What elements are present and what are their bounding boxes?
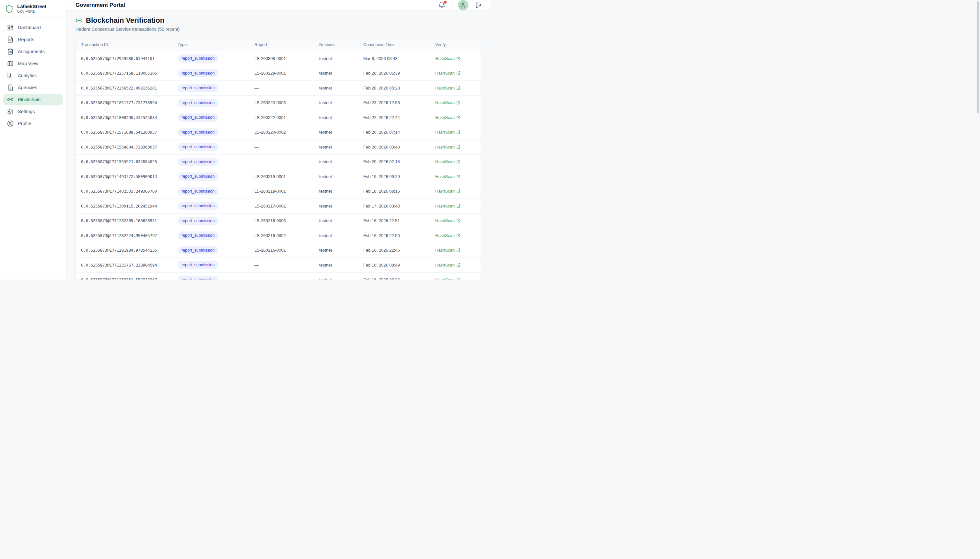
transaction-id-cell: 0.0.6255873@1771558804.728363037	[76, 140, 172, 155]
type-cell: report_submission	[172, 184, 249, 199]
transaction-id-cell: 0.0.6255873@1771281984.978544235	[76, 243, 172, 258]
sidebar-item-assignments[interactable]: Assignments	[3, 46, 63, 57]
logout-button[interactable]	[475, 2, 482, 8]
type-cell: report_submission	[172, 272, 249, 280]
transactions-table-card: Transaction ID Type Report Network Conse…	[76, 38, 481, 280]
network-cell: testnet	[314, 110, 358, 125]
hashscan-link[interactable]: HashScan	[435, 56, 460, 61]
network-cell: testnet	[314, 272, 358, 280]
type-cell: report_submission	[172, 125, 249, 140]
hashscan-link[interactable]: HashScan	[435, 174, 460, 179]
table-row: 0.0.6255873@1771282224.990405797 report_…	[76, 228, 481, 243]
type-cell: report_submission	[172, 199, 249, 214]
table-row: 0.0.6255873@1771851377.731758594 report_…	[76, 95, 481, 110]
network-cell: testnet	[314, 51, 358, 66]
hashscan-link[interactable]: HashScan	[435, 218, 460, 223]
hashscan-link[interactable]: HashScan	[435, 159, 460, 164]
brand-subtitle: Gov Portal	[17, 9, 46, 13]
verify-cell: HashScan	[430, 51, 481, 66]
network-cell: testnet	[314, 125, 358, 140]
external-link-icon	[456, 233, 460, 238]
report-cell: —	[249, 272, 314, 280]
consensus-time-cell: Feb 23, 2026 12:56	[358, 95, 430, 110]
sidebar-item-label: Reports	[18, 37, 35, 42]
type-badge: report_submission	[178, 261, 218, 269]
consensus-time-cell: Feb 20, 2026 03:40	[358, 140, 430, 155]
hashscan-link[interactable]: HashScan	[435, 203, 460, 208]
sidebar-item-blockchain[interactable]: Blockchain	[3, 94, 63, 105]
table-header-row: Transaction ID Type Report Network Conse…	[76, 38, 481, 51]
report-cell: LS-260216-0002	[249, 228, 314, 243]
type-badge: report_submission	[178, 187, 218, 195]
verify-cell: HashScan	[430, 95, 481, 110]
user-icon	[460, 3, 466, 8]
sidebar-item-analytics[interactable]: Analytics	[3, 70, 63, 81]
verify-cell: HashScan	[430, 199, 481, 214]
sidebar: LafaekStreet Gov Portal Dashboard Report…	[0, 0, 66, 280]
transaction-id-cell: 0.0.6255873@1771231767.228984594	[76, 258, 172, 273]
avatar[interactable]	[458, 0, 468, 10]
page-subtitle: Hedera Consensus Service transactions (5…	[76, 26, 481, 32]
transaction-id-cell: 0.0.6255873@1772959380.63944101	[76, 51, 172, 66]
table-row: 0.0.6255873@1771493372.580909013 report_…	[76, 169, 481, 184]
hashscan-link[interactable]: HashScan	[435, 263, 460, 268]
verify-cell: HashScan	[430, 258, 481, 273]
reports-icon	[7, 36, 13, 43]
notifications-button[interactable]	[438, 1, 446, 9]
hashscan-link[interactable]: HashScan	[435, 86, 460, 91]
sidebar-item-profile[interactable]: Profile	[3, 118, 63, 129]
page-content: Blockchain Verification Hedera Consensus…	[66, 11, 490, 280]
brand-name: LafaekStreet	[17, 3, 46, 9]
consensus-time-cell: Feb 16, 2026 22:51	[358, 213, 430, 228]
sidebar-item-agencies[interactable]: Agencies	[3, 82, 63, 93]
report-cell: LS-260217-0001	[249, 199, 314, 214]
hashscan-link[interactable]: HashScan	[435, 233, 460, 238]
hashscan-link[interactable]: HashScan	[435, 115, 460, 120]
sidebar-item-label: Analytics	[18, 73, 36, 78]
transaction-id-cell: 0.0.6255873@1771402533.249366760	[76, 184, 172, 199]
hashscan-link[interactable]: HashScan	[435, 189, 460, 194]
table-row: 0.0.6255873@1771558804.728363037 report_…	[76, 140, 481, 155]
consensus-time-cell: Feb 28, 2026 05:39	[358, 66, 430, 81]
external-link-icon	[456, 248, 460, 252]
sidebar-item-label: Settings	[18, 109, 35, 114]
sidebar-item-reports[interactable]: Reports	[3, 34, 63, 45]
analytics-icon	[7, 72, 13, 79]
verify-cell: HashScan	[430, 228, 481, 243]
type-cell: report_submission	[172, 154, 249, 169]
transaction-id-cell: 0.0.6255873@1771571688.541260957	[76, 125, 172, 140]
shield-logo-icon	[5, 5, 13, 13]
consensus-time-cell: Mar 8, 2026 08:43	[358, 51, 430, 66]
report-cell: LS-260219-0001	[249, 169, 314, 184]
transaction-id-cell: 0.0.6255873@1771300115.202451944	[76, 199, 172, 214]
sidebar-item-dashboard[interactable]: Dashboard	[3, 22, 63, 33]
verify-cell: HashScan	[430, 154, 481, 169]
network-cell: testnet	[314, 140, 358, 155]
external-link-icon	[456, 116, 460, 120]
type-badge: report_submission	[178, 99, 218, 107]
type-badge: report_submission	[178, 143, 218, 151]
hashscan-link[interactable]: HashScan	[435, 130, 460, 134]
transaction-id-cell: 0.0.6255873@1772257168.118055105	[76, 66, 172, 81]
table-row: 0.0.6255873@1771282305.168628931 report_…	[76, 213, 481, 228]
profile-icon	[7, 120, 13, 127]
external-link-icon	[456, 130, 460, 134]
top-bar-actions	[438, 0, 482, 10]
network-cell: testnet	[314, 169, 358, 184]
external-link-icon	[456, 204, 460, 208]
hashscan-link[interactable]: HashScan	[435, 100, 460, 105]
report-cell: LS-260216-0001	[249, 243, 314, 258]
table-row: 0.0.6255873@1772256522.498136281 report_…	[76, 81, 481, 96]
network-cell: testnet	[314, 154, 358, 169]
hashscan-link[interactable]: HashScan	[435, 145, 460, 149]
column-header-network: Network	[314, 38, 358, 51]
sidebar-item-map-view[interactable]: Map View	[3, 58, 63, 69]
type-badge: report_submission	[178, 172, 218, 180]
sidebar-item-settings[interactable]: Settings	[3, 106, 63, 117]
hashscan-link[interactable]: HashScan	[435, 277, 460, 280]
hashscan-link[interactable]: HashScan	[435, 71, 460, 76]
sidebar-item-label: Blockchain	[18, 97, 41, 102]
consensus-time-cell: Feb 16, 2026 22:50	[358, 228, 430, 243]
table-row: 0.0.6255873@1771300115.202451944 report_…	[76, 199, 481, 214]
hashscan-link[interactable]: HashScan	[435, 248, 460, 253]
